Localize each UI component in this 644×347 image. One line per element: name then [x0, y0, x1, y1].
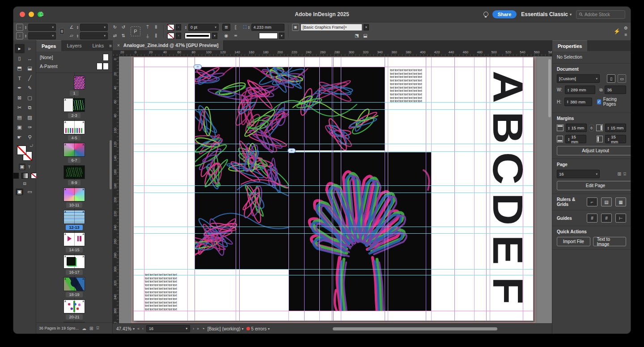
- last-spread-button[interactable]: »: [197, 326, 199, 331]
- corner-shape-expand[interactable]: ▾: [279, 33, 284, 39]
- horizontal-ruler[interactable]: 2002040608010012014016018020022024026028…: [113, 50, 552, 56]
- frame-tool[interactable]: ⊠: [15, 93, 25, 103]
- master-a-parent[interactable]: A-Parent: [36, 62, 112, 71]
- tab-properties[interactable]: Properties: [552, 40, 587, 51]
- show-guides-button[interactable]: #: [587, 214, 597, 223]
- spread-thumbnail[interactable]: [64, 322, 85, 322]
- link-margins-icon[interactable]: 8: [589, 125, 594, 131]
- close-document-icon[interactable]: ×: [117, 43, 120, 48]
- lock-guides-button[interactable]: #: [601, 214, 612, 223]
- orientation-portrait-button[interactable]: ▯: [607, 74, 615, 83]
- margin-inner-field[interactable]: ▲▼15 mm: [605, 135, 626, 143]
- text-frame-top-right[interactable]: text text text text text text texttext t…: [390, 69, 428, 104]
- spread-thumbnail[interactable]: [64, 143, 85, 157]
- display-letters-frame[interactable]: ABCDEF: [492, 67, 523, 311]
- tab-layers[interactable]: Layers: [61, 40, 87, 51]
- rotate-ccw-button[interactable]: ↺: [120, 24, 127, 31]
- select-content-icon[interactable]: ⬓: [362, 32, 369, 39]
- cell-view-icon[interactable]: ⊟: [23, 181, 26, 186]
- canvas-vertical-scrollbar[interactable]: [548, 59, 551, 117]
- constrain-proportions-icon[interactable]: 8: [59, 28, 64, 34]
- apply-color-button[interactable]: [13, 173, 19, 179]
- align-top-icon[interactable]: ⍑: [144, 24, 151, 31]
- swap-fill-stroke-icon[interactable]: ⤾: [30, 144, 33, 148]
- spread-label[interactable]: 14-15: [66, 247, 82, 253]
- spread-thumbnail[interactable]: [64, 277, 85, 291]
- page-number-field[interactable]: 16▾: [146, 325, 190, 332]
- canvas[interactable]: 0204060801001201401601802002202402602803…: [113, 56, 552, 323]
- distribute-vertical-icon[interactable]: ⫼: [153, 32, 160, 39]
- distribute-horizontal-icon[interactable]: ⫴: [153, 24, 160, 31]
- content-placer-tool[interactable]: ⬓: [25, 64, 35, 73]
- cloud-sync-icon[interactable]: ☁: [82, 326, 86, 331]
- delete-page-button[interactable]: ⍌: [96, 326, 99, 331]
- adjust-layout-button[interactable]: Adjust Layout: [557, 146, 631, 155]
- doc-width-field[interactable]: ▲▼289 mm: [565, 86, 595, 94]
- tab-pages[interactable]: Pages: [36, 40, 61, 51]
- object-style-dropdown[interactable]: [Basic Graphics Frame]+: [301, 24, 362, 31]
- fill-color-expand[interactable]: ›: [176, 33, 181, 39]
- spread-item-20-21[interactable]: 20-21: [64, 300, 85, 320]
- master-none[interactable]: [None]: [36, 53, 112, 62]
- note-tool[interactable]: ▣: [15, 123, 25, 132]
- link-badge-icon[interactable]: ∞: [194, 64, 202, 69]
- new-page-button[interactable]: ⊞: [89, 326, 93, 331]
- share-button[interactable]: Share: [492, 10, 517, 18]
- page-tool[interactable]: ▯: [15, 54, 25, 63]
- spread-item-22-23[interactable]: 22-23: [64, 322, 85, 322]
- line-tool[interactable]: ╱: [25, 73, 35, 83]
- spread-label[interactable]: 16-17: [66, 270, 82, 275]
- gradient-tool[interactable]: ▤: [15, 113, 25, 122]
- spread-label[interactable]: 18-19: [66, 292, 82, 297]
- direct-selection-tool[interactable]: ▹: [25, 44, 35, 53]
- document-tab[interactable]: × Analogue_Zine.indd @ 47% [GPU Preview]: [113, 40, 224, 50]
- gpu-performance-icon[interactable]: ⚡: [614, 28, 620, 34]
- settings-gear-icon[interactable]: ⚙: [624, 26, 628, 30]
- rotation-angle-field[interactable]: ▾: [80, 24, 108, 31]
- gradient-feather-tool[interactable]: ▨: [25, 113, 35, 122]
- doc-preset-dropdown[interactable]: [Custom]▾: [557, 74, 600, 83]
- first-spread-button[interactable]: «: [137, 326, 140, 331]
- import-file-button[interactable]: Import File: [557, 237, 590, 246]
- spread-item-2-3[interactable]: 2-3: [64, 98, 85, 118]
- baseline-grid-button[interactable]: ▤: [601, 197, 612, 206]
- spread-label[interactable]: 2-3: [68, 113, 80, 118]
- formatting-container-button[interactable]: ▣: [19, 163, 25, 170]
- screen-mode-normal-button[interactable]: ▣: [16, 188, 23, 195]
- stroke-type-expand[interactable]: ▾: [212, 33, 217, 39]
- spread-item-4-5[interactable]: 4-5: [64, 120, 85, 141]
- adobe-stock-search[interactable]: ⚲ Adobe Stock: [576, 10, 625, 19]
- wrap-none-button[interactable]: ≣: [222, 24, 230, 31]
- margin-top-field[interactable]: ▲▼15 mm: [566, 124, 587, 132]
- doc-height-field[interactable]: ▲▼380 mm: [564, 98, 592, 106]
- reference-point-badge[interactable]: P: [131, 26, 140, 36]
- spread-thumbnail[interactable]: [64, 255, 85, 269]
- pages-scrollbar[interactable]: [110, 140, 112, 189]
- text-frame-bottom-left[interactable]: text text text text text text texttext t…: [145, 273, 186, 312]
- content-collector-tool[interactable]: ⬒: [15, 64, 25, 73]
- preflight-profile-control[interactable]: [Basic] (working)▾: [208, 326, 244, 331]
- spread-label[interactable]: 20-21: [66, 314, 82, 320]
- free-transform-tool[interactable]: ⧉: [25, 103, 35, 112]
- pencil-tool[interactable]: ✎: [25, 83, 35, 93]
- y-position-field[interactable]: ▾: [28, 32, 56, 39]
- wrap-bounding-button[interactable]: ⟦: [232, 24, 240, 31]
- doc-pages-field[interactable]: 36: [605, 86, 626, 94]
- delete-page-button[interactable]: ⍌: [623, 171, 626, 177]
- eyedropper-tool[interactable]: ✑: [25, 123, 35, 132]
- previous-spread-button[interactable]: ‹: [142, 326, 144, 331]
- rectangle-tool[interactable]: ▢: [25, 93, 35, 103]
- wrap-object-button[interactable]: ◉: [222, 32, 230, 39]
- workspace-switcher[interactable]: Essentials Classic ▾: [521, 11, 572, 17]
- show-rulers-button[interactable]: ⌐: [587, 197, 597, 206]
- zoom-level-control[interactable]: 47.41%▾: [116, 326, 135, 331]
- canvas-horizontal-scrollbar[interactable]: [333, 327, 497, 330]
- spread-thumbnail[interactable]: [64, 165, 85, 179]
- add-page-button[interactable]: ⊞: [618, 171, 621, 176]
- screen-mode-preview-button[interactable]: ▭: [26, 188, 34, 195]
- spread-item-1[interactable]: 1: [64, 76, 85, 96]
- learn-bulb-icon[interactable]: [483, 12, 488, 17]
- formatting-text-button[interactable]: T: [28, 165, 31, 169]
- spread-thumbnail[interactable]: [64, 210, 85, 224]
- link-badge-icon[interactable]: ∞: [288, 148, 296, 153]
